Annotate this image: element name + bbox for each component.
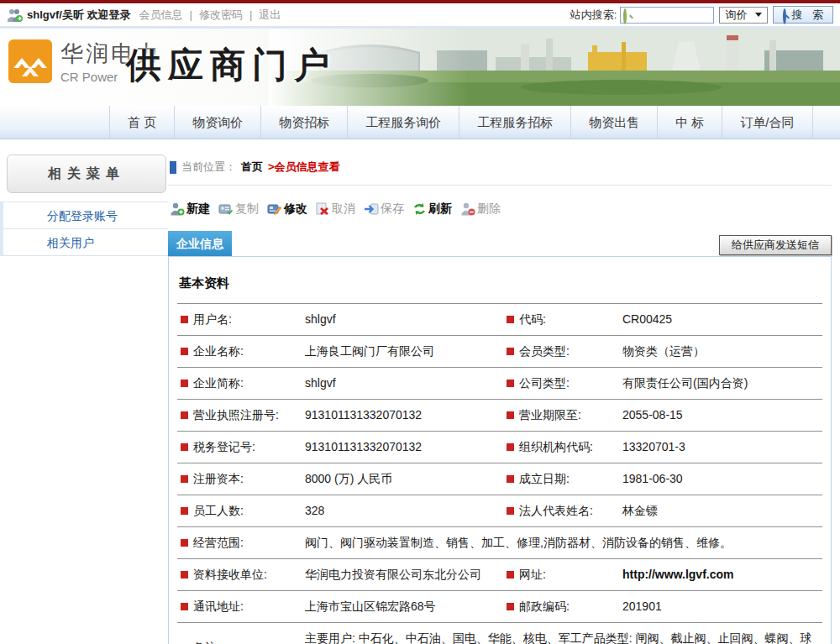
field-value: 上海市宝山区锦宏路68号	[302, 591, 503, 623]
sidebar-title: 相关菜单	[7, 154, 166, 193]
logout-link[interactable]: 退出	[259, 8, 281, 23]
users-icon	[7, 8, 24, 22]
copy-card-icon	[218, 202, 234, 216]
site-search-input[interactable]	[636, 8, 711, 22]
nav-service-inquiry[interactable]: 工程服务询价	[348, 106, 459, 139]
site-search-box	[620, 7, 714, 24]
bullet-icon	[507, 475, 514, 483]
new-button[interactable]: 新建	[170, 202, 210, 217]
field-label: 公司类型:	[519, 376, 570, 390]
table-row: 备注: 主要用户: 中石化、中石油、国电、华能、核电、军工产品类型: 闸阀、截止…	[177, 623, 822, 644]
page-body: 相关菜单 分配登录账号 相关用户 当前位置： 首页 >会员信息查看 新建	[0, 153, 840, 644]
site-search-label: 站内搜索:	[570, 8, 617, 23]
field-value: shlgvf	[302, 368, 503, 400]
table-row: 企业简称: shlgvf 公司类型: 有限责任公司(国内合资)	[177, 368, 822, 400]
nav-orders-contracts[interactable]: 订单/合同	[722, 106, 812, 139]
field-label: 会员类型:	[519, 344, 570, 358]
field-value: 林金镖	[619, 495, 822, 527]
field-value: 1981-06-30	[619, 463, 822, 495]
field-label: 邮政编码:	[519, 599, 570, 613]
sidebar-item-related-users[interactable]: 相关用户	[0, 229, 168, 256]
search-button[interactable]: 搜 索	[773, 6, 833, 24]
bullet-icon	[181, 539, 188, 547]
field-label: 税务登记号:	[193, 440, 255, 453]
link-separator: |	[249, 8, 252, 21]
bullet-icon	[507, 443, 514, 451]
nav-material-bidding[interactable]: 物资招标	[261, 106, 348, 139]
field-value: 2055-08-15	[619, 400, 822, 432]
bullet-icon	[507, 507, 514, 515]
tab-company-info[interactable]: 企业信息	[168, 231, 232, 256]
bullet-icon	[181, 571, 188, 579]
field-label: 法人代表姓名:	[519, 504, 593, 517]
field-label: 备注:	[193, 641, 220, 644]
field-value: 主要用户: 中石化、中石油、国电、华能、核电、军工产品类型: 闸阀、截止阀、止回…	[302, 623, 822, 644]
magnifier-icon	[623, 10, 632, 18]
table-row: 经营范围: 阀门、阀门驱动装置制造、销售、加工、修理,消防器材、消防设备的销售、…	[177, 527, 822, 559]
cr-power-logo	[8, 39, 52, 83]
field-value: 8000 (万) 人民币	[302, 463, 503, 495]
field-label: 营业期限至:	[519, 408, 581, 421]
main-content: 当前位置： 首页 >会员信息查看 新建 复制	[168, 153, 832, 644]
table-row: 企业名称: 上海良工阀门厂有限公司 会员类型: 物资类（运营）	[177, 336, 822, 368]
website-value: http://www.lgvf.com	[619, 559, 822, 591]
table-row: 税务登记号: 913101131332070132 组织机构代码: 133207…	[177, 432, 822, 463]
bullet-icon	[507, 380, 514, 387]
field-value: shlgvf	[302, 304, 503, 336]
breadcrumb-home[interactable]: 首页	[241, 160, 263, 175]
refresh-button[interactable]: 刷新	[412, 202, 452, 217]
sidebar-item-assign-accounts[interactable]: 分配登录账号	[0, 202, 168, 229]
field-label: 企业简称:	[193, 376, 244, 390]
table-row: 资料接收单位: 华润电力投资有限公司东北分公司 网址: http://www.l…	[177, 559, 822, 591]
table-row: 员工人数: 328 法人代表姓名: 林金镖	[177, 495, 822, 527]
header-banner: 华润电力 CR Power 供应商门户	[0, 29, 840, 106]
bullet-icon	[181, 603, 188, 610]
record-toolbar: 新建 复制 修改 取消	[170, 199, 832, 219]
bullet-icon	[507, 316, 514, 323]
copy-button[interactable]: 复制	[218, 202, 259, 217]
topbar-links: 会员信息 | 修改密码 | 退出	[139, 8, 281, 23]
field-label: 成立日期:	[519, 472, 570, 485]
breadcrumb-marker	[170, 161, 176, 174]
bullet-icon	[181, 507, 188, 515]
save-button[interactable]: 保存	[364, 202, 404, 217]
main-nav: 首 页 物资询价 物资招标 工程服务询价 工程服务招标 物资出售 中 标 订单/…	[0, 106, 840, 139]
nav-awarded[interactable]: 中 标	[658, 106, 722, 139]
delete-button[interactable]: 删除	[460, 202, 501, 217]
field-label: 资料接收单位:	[193, 568, 267, 581]
modify-button[interactable]: 修改	[267, 202, 307, 217]
edit-card-icon	[267, 202, 282, 216]
field-value: 913101131332070132	[302, 432, 503, 463]
nav-material-sale[interactable]: 物资出售	[571, 106, 658, 139]
cancel-button[interactable]: 取消	[316, 202, 355, 217]
search-category-dropdown[interactable]: 询价	[719, 7, 768, 24]
search-category-value: 询价	[725, 8, 747, 23]
nav-material-inquiry[interactable]: 物资询价	[175, 106, 261, 139]
breadcrumb-prefix: 当前位置：	[181, 160, 236, 175]
sidebar-menu: 分配登录账号 相关用户	[0, 202, 168, 256]
portal-title: 供应商门户	[126, 42, 336, 89]
power-plant-photo	[269, 29, 840, 106]
field-label: 通讯地址:	[193, 599, 244, 613]
save-arrow-icon	[364, 202, 379, 216]
user-welcome-text: shlgvf/吴昕 欢迎登录	[27, 8, 131, 23]
table-row: 营业执照注册号: 913101131332070132 营业期限至: 2055-…	[177, 400, 822, 432]
field-value: 有限责任公司(国内合资)	[619, 368, 822, 400]
change-password-link[interactable]: 修改密码	[199, 8, 243, 23]
refresh-icon	[412, 202, 427, 216]
table-row: 通讯地址: 上海市宝山区锦宏路68号 邮政编码: 201901	[177, 591, 822, 623]
bullet-icon	[507, 571, 514, 579]
field-value: 328	[302, 495, 503, 527]
send-sms-button[interactable]: 给供应商发送短信	[719, 235, 832, 255]
nav-service-bidding[interactable]: 工程服务招标	[459, 106, 571, 139]
field-value: 上海良工阀门厂有限公司	[302, 336, 503, 368]
nav-home[interactable]: 首 页	[109, 106, 175, 139]
bullet-icon	[181, 316, 188, 323]
member-info-link[interactable]: 会员信息	[139, 8, 183, 23]
sidebar: 相关菜单 分配登录账号 相关用户	[0, 153, 168, 644]
table-row: 用户名: shlgvf 代码: CR00425	[177, 304, 822, 336]
cancel-x-icon	[316, 202, 330, 216]
field-label: 组织机构代码:	[519, 440, 593, 453]
basic-info-table: 用户名: shlgvf 代码: CR00425 企业名称: 上海良工阀门厂有限公…	[177, 303, 822, 644]
bullet-icon	[181, 348, 188, 355]
